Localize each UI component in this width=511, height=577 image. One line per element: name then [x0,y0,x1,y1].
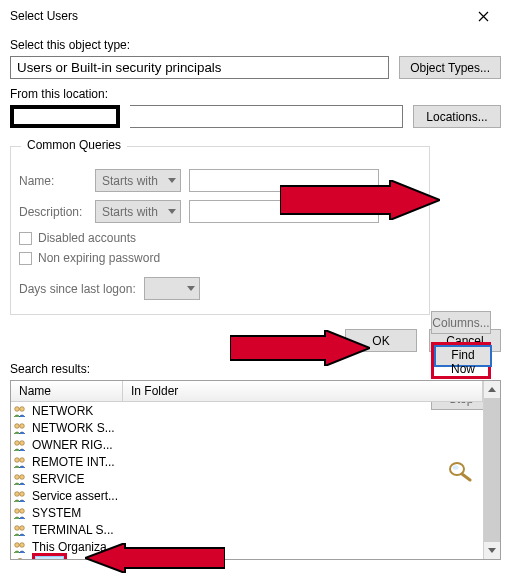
non-expiring-password-checkbox[interactable] [19,252,32,265]
column-header-name[interactable]: Name [11,381,123,401]
results-list: Name In Folder NETWORKNETWORK S...OWNER … [10,380,501,560]
close-icon [478,11,489,22]
svg-point-4 [15,423,20,428]
svg-point-9 [20,457,25,462]
result-name: TERMINAL S... [32,523,114,537]
result-name: This Organiza... [32,540,117,554]
svg-point-19 [20,542,25,547]
object-types-button[interactable]: Object Types... [399,56,501,79]
group-icon [12,420,28,436]
svg-point-17 [20,525,25,530]
result-name: NETWORK [32,404,93,418]
close-button[interactable] [463,3,503,29]
svg-point-14 [15,508,20,513]
svg-point-3 [20,406,25,411]
selected-highlight: user [32,553,67,560]
svg-point-16 [15,525,20,530]
name-mode-value: Starts with [102,174,158,188]
scroll-thumb[interactable] [484,398,500,542]
result-name: NETWORK S... [32,421,115,435]
result-row[interactable]: SYSTEM [11,504,483,521]
days-since-logon-label: Days since last logon: [19,282,136,296]
svg-point-2 [15,406,20,411]
svg-point-18 [15,542,20,547]
svg-point-13 [20,491,25,496]
disabled-accounts-checkbox[interactable] [19,232,32,245]
disabled-accounts-label: Disabled accounts [38,231,136,245]
find-now-button[interactable]: Find Now [434,345,492,367]
ok-button[interactable]: OK [345,329,417,352]
svg-point-10 [15,474,20,479]
common-queries-legend: Common Queries [21,138,127,152]
result-name: SERVICE [32,472,84,486]
result-row[interactable]: REMOTE INT... [11,453,483,470]
svg-point-12 [15,491,20,496]
object-type-input[interactable] [10,56,389,79]
locations-button[interactable]: Locations... [413,105,501,128]
find-now-highlight: Find Now [431,342,491,379]
svg-point-8 [15,457,20,462]
chevron-down-icon [488,548,496,553]
group-icon [12,471,28,487]
group-icon [12,522,28,538]
common-queries-group: Common Queries Name: Starts with Descrip… [10,146,430,315]
result-name: SYSTEM [32,506,81,520]
group-icon [12,454,28,470]
description-mode-select[interactable]: Starts with [95,200,181,223]
name-filter-label: Name: [19,174,87,188]
location-label: From this location: [10,87,501,101]
chevron-down-icon [168,178,176,183]
svg-point-5 [20,423,25,428]
location-redacted [10,105,120,128]
result-name: user [35,556,64,560]
chevron-down-icon [187,286,195,291]
description-mode-value: Starts with [102,205,158,219]
non-expiring-password-label: Non expiring password [38,251,160,265]
result-row-selected[interactable]: user [11,555,483,559]
group-icon [12,403,28,419]
result-row[interactable]: Service assert... [11,487,483,504]
group-icon [12,505,28,521]
object-type-label: Select this object type: [10,38,501,52]
svg-point-7 [20,440,25,445]
svg-point-6 [15,440,20,445]
search-results-label: Search results: [10,362,501,376]
name-filter-input[interactable] [189,169,379,192]
scroll-down-button[interactable] [484,542,500,559]
column-header-infolder[interactable]: In Folder [123,381,483,401]
days-since-logon-select[interactable] [144,277,200,300]
result-row[interactable]: NETWORK S... [11,419,483,436]
name-mode-select[interactable]: Starts with [95,169,181,192]
dialog-title: Select Users [10,9,78,23]
svg-point-11 [20,474,25,479]
result-row[interactable]: TERMINAL S... [11,521,483,538]
result-row[interactable]: OWNER RIG... [11,436,483,453]
chevron-up-icon [488,387,496,392]
svg-point-15 [20,508,25,513]
results-scrollbar[interactable] [483,381,500,559]
group-icon [12,488,28,504]
group-icon [12,437,28,453]
scroll-up-button[interactable] [484,381,500,398]
result-row[interactable]: This Organiza... [11,538,483,555]
description-filter-label: Description: [19,205,87,219]
result-name: Service assert... [32,489,118,503]
result-name: OWNER RIG... [32,438,113,452]
chevron-down-icon [168,209,176,214]
location-display[interactable] [130,105,403,128]
group-icon [12,539,28,555]
user-icon [12,556,28,560]
result-row[interactable]: SERVICE [11,470,483,487]
result-name: REMOTE INT... [32,455,115,469]
result-row[interactable]: NETWORK [11,402,483,419]
svg-point-20 [17,558,23,559]
description-filter-input[interactable] [189,200,379,223]
columns-button[interactable]: Columns... [431,311,491,334]
